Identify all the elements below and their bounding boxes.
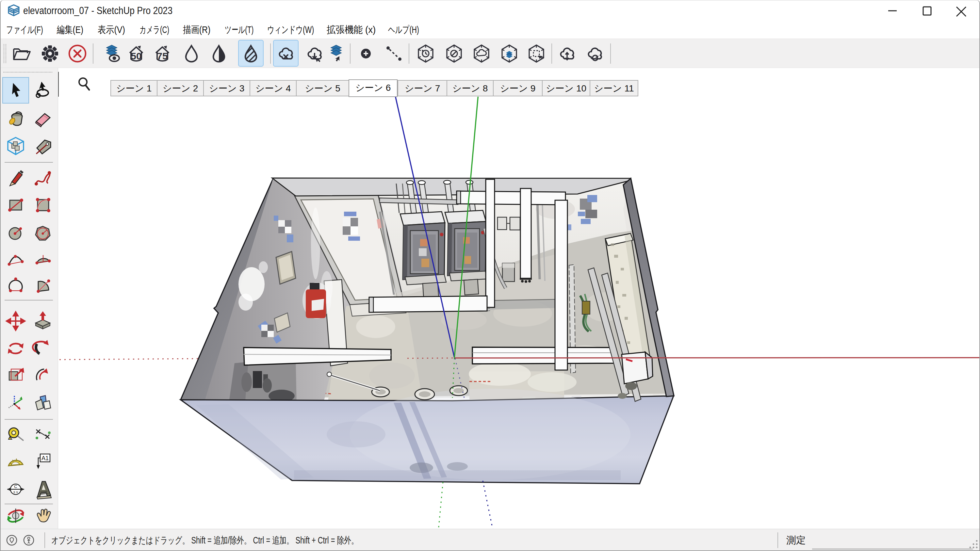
svg-text:C: C (14, 484, 17, 489)
svg-text:s v: s v (13, 490, 18, 494)
svg-text:75: 75 (157, 51, 167, 61)
svg-text:A1: A1 (41, 455, 49, 462)
svg-text:50: 50 (130, 51, 142, 61)
